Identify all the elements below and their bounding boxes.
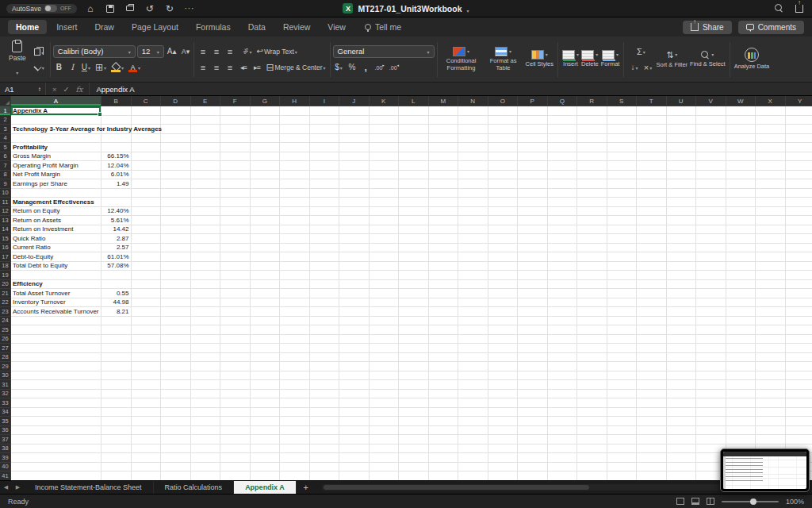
cell-O30[interactable] [488,371,519,381]
row-header-15[interactable]: 15 [0,234,11,244]
cell-H18[interactable] [280,262,310,271]
cell-E41[interactable] [191,471,221,480]
cell-U15[interactable] [667,234,697,244]
cell-V15[interactable] [696,234,726,244]
cell-C5[interactable] [132,143,162,152]
cell-H40[interactable] [280,463,310,472]
cell-H15[interactable] [280,234,310,244]
cell-E7[interactable] [191,161,221,171]
cell-H25[interactable] [280,325,310,335]
cell-K36[interactable] [370,426,400,436]
cell-I2[interactable] [310,116,340,125]
cell-Y19[interactable] [786,271,812,280]
cell-F21[interactable] [220,289,251,298]
cell-G41[interactable] [251,471,281,480]
cell-O20[interactable] [488,280,519,290]
cell-G37[interactable] [251,435,281,444]
cell-K35[interactable] [370,417,400,426]
home-button[interactable] [84,2,97,15]
cell-X27[interactable] [756,344,786,353]
increase-indent-button[interactable] [251,61,262,74]
cell-P11[interactable] [518,198,548,207]
cell-P5[interactable] [518,143,548,152]
cell-K26[interactable] [370,335,400,344]
cell-N4[interactable] [458,134,488,144]
cell-O26[interactable] [488,335,519,344]
cell-G28[interactable] [251,353,281,363]
cell-L31[interactable] [399,380,429,390]
cell-V3[interactable] [696,125,726,134]
cell-L22[interactable] [399,298,429,308]
cell-E6[interactable] [191,152,221,162]
align-top-button[interactable] [197,45,209,58]
cell-X7[interactable] [756,161,786,171]
cell-J24[interactable] [339,317,370,326]
cell-G4[interactable] [251,134,281,144]
cell-T23[interactable] [637,307,667,317]
cell-I22[interactable] [310,298,340,308]
cell-O34[interactable] [488,408,519,418]
cell-F13[interactable] [220,216,251,225]
cell-J18[interactable] [339,262,370,271]
cell-A3[interactable]: Technology 3-Year Average for Industry A… [11,125,102,134]
cell-W1[interactable] [726,106,756,116]
cell-R23[interactable] [577,307,607,317]
cell-Y24[interactable] [786,317,812,326]
cell-F8[interactable] [220,171,251,180]
cell-B39[interactable] [102,453,132,463]
cell-N37[interactable] [458,435,488,444]
underline-button[interactable] [80,61,92,74]
cell-K20[interactable] [370,280,400,290]
cell-V18[interactable] [696,262,726,271]
cell-E25[interactable] [191,325,221,335]
cell-N39[interactable] [458,453,488,463]
tab-draw[interactable]: Draw [86,20,122,34]
cell-E28[interactable] [191,353,221,363]
cell-A36[interactable] [11,426,102,436]
cell-Y5[interactable] [786,143,812,152]
cell-I14[interactable] [310,225,340,235]
cell-J13[interactable] [339,216,370,225]
cell-X16[interactable] [756,244,786,253]
cell-N33[interactable] [458,398,488,408]
cell-E13[interactable] [191,216,221,225]
cell-U40[interactable] [667,463,697,472]
cell-B28[interactable] [102,353,132,363]
decrease-font-size-button[interactable]: A▾ [179,45,191,58]
cell-Y2[interactable] [786,116,812,125]
cell-K2[interactable] [370,116,400,125]
cell-C24[interactable] [132,317,162,326]
cell-U27[interactable] [667,344,697,353]
cell-Y23[interactable] [786,307,812,317]
cell-O11[interactable] [488,198,519,207]
cell-F41[interactable] [220,471,251,480]
cell-U1[interactable] [667,106,697,116]
cell-E8[interactable] [191,171,221,180]
cell-Q26[interactable] [548,335,578,344]
cell-K34[interactable] [370,408,400,418]
row-header-10[interactable]: 10 [0,189,11,198]
cell-N36[interactable] [458,426,488,436]
cell-M29[interactable] [429,362,459,371]
cell-B40[interactable] [102,463,132,472]
cell-Q3[interactable] [548,125,578,134]
cell-J26[interactable] [339,335,370,344]
cell-L3[interactable] [399,125,429,134]
cell-P39[interactable] [518,453,548,463]
cell-F19[interactable] [220,271,251,280]
cell-U5[interactable] [667,143,697,152]
cell-E11[interactable] [191,198,221,207]
tab-data[interactable]: Data [240,20,274,34]
align-middle-button[interactable] [210,45,222,58]
cell-C11[interactable] [132,198,162,207]
cell-J27[interactable] [339,344,370,353]
cell-I27[interactable] [310,344,340,353]
cell-G18[interactable] [251,262,281,271]
cell-C9[interactable] [132,179,162,189]
cell-R35[interactable] [577,417,607,426]
cell-Q32[interactable] [548,390,578,399]
cell-M18[interactable] [429,262,459,271]
align-bottom-button[interactable] [224,45,236,58]
cell-T24[interactable] [637,317,667,326]
cell-U32[interactable] [667,390,697,399]
